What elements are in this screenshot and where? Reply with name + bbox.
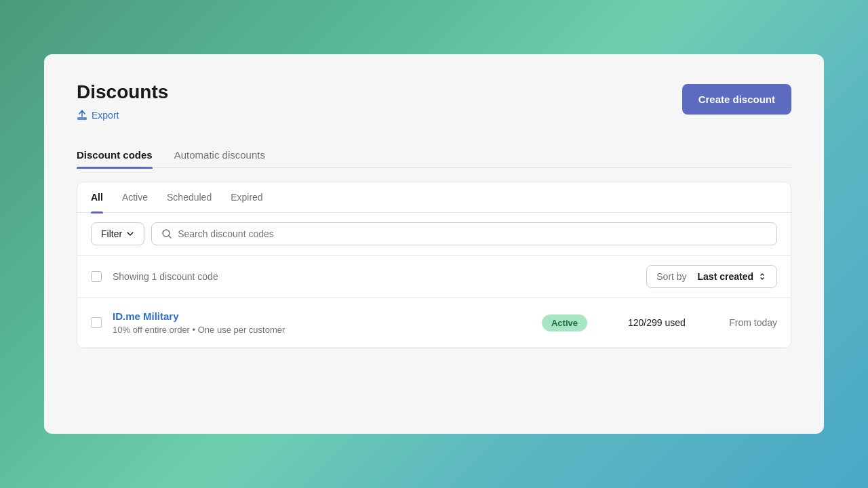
sort-by-label: Sort by bbox=[656, 271, 686, 282]
page-header: Discounts Export Create discount bbox=[77, 81, 791, 121]
filter-row: Filter bbox=[77, 213, 791, 256]
discount-description: 10% off entire order • One use per custo… bbox=[113, 325, 542, 335]
export-label: Export bbox=[92, 110, 119, 121]
status-badge: Active bbox=[542, 314, 587, 331]
outer-tabs: Discount codes Automatic discounts bbox=[77, 142, 791, 168]
main-card: Discounts Export Create discount Discoun… bbox=[44, 54, 824, 434]
export-icon bbox=[77, 110, 87, 121]
inner-tab-expired[interactable]: Expired bbox=[231, 182, 262, 212]
tab-automatic-discounts[interactable]: Automatic discounts bbox=[174, 142, 265, 167]
tab-discount-codes[interactable]: Discount codes bbox=[77, 142, 153, 167]
inner-tab-active[interactable]: Active bbox=[122, 182, 148, 212]
search-icon bbox=[161, 228, 172, 239]
table-header-row: Showing 1 discount code Sort by Last cre… bbox=[77, 256, 791, 298]
filter-label: Filter bbox=[101, 228, 122, 239]
discount-info: ID.me Military 10% off entire order • On… bbox=[113, 310, 542, 335]
export-button[interactable]: Export bbox=[77, 110, 119, 121]
sort-value: Last created bbox=[698, 271, 753, 282]
sort-button[interactable]: Sort by Last created bbox=[646, 265, 777, 288]
search-input[interactable] bbox=[178, 228, 767, 239]
header-left: Discounts Export bbox=[77, 81, 168, 121]
create-discount-button[interactable]: Create discount bbox=[682, 84, 791, 115]
search-wrap bbox=[151, 222, 777, 245]
inner-tabs: All Active Scheduled Expired bbox=[77, 182, 791, 213]
discounts-table-card: All Active Scheduled Expired Filter bbox=[77, 182, 791, 348]
row-checkbox[interactable] bbox=[91, 317, 102, 328]
sort-icon bbox=[757, 272, 767, 281]
filter-button[interactable]: Filter bbox=[91, 222, 144, 245]
used-count: 120/299 used bbox=[628, 317, 709, 328]
from-date: From today bbox=[709, 317, 777, 328]
inner-tab-all[interactable]: All bbox=[91, 182, 103, 212]
table-row: ID.me Military 10% off entire order • On… bbox=[77, 298, 791, 348]
page-title: Discounts bbox=[77, 81, 168, 103]
discount-name[interactable]: ID.me Military bbox=[113, 310, 542, 322]
chevron-down-icon bbox=[126, 230, 134, 238]
select-all-checkbox[interactable] bbox=[91, 271, 102, 282]
showing-count: Showing 1 discount code bbox=[113, 271, 646, 282]
inner-tab-scheduled[interactable]: Scheduled bbox=[167, 182, 212, 212]
